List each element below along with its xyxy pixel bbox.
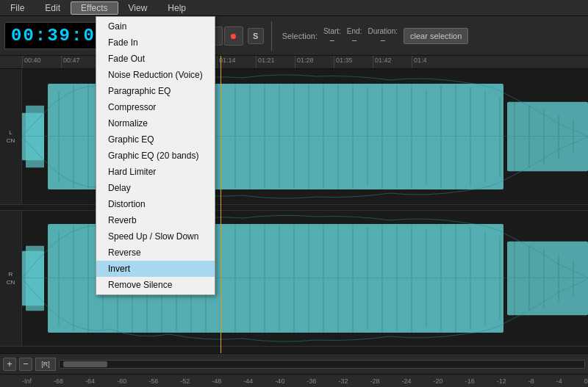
db-40: -40 (275, 377, 284, 385)
db-0: 0 (584, 377, 588, 385)
track-right: R CN (0, 211, 588, 347)
ruler-mark-1: 00:47 (61, 56, 100, 68)
menu-edit[interactable]: Edit (35, 1, 71, 15)
db-4: -4 (556, 377, 562, 385)
db-ruler: -Inf -68 -64 -60 -56 -52 -48 -44 -40 -36… (0, 374, 588, 387)
db-8: -8 (528, 377, 534, 385)
db-36: -36 (306, 377, 316, 385)
track-l-label: L (9, 129, 12, 136)
selection-label: Selection: (282, 32, 318, 40)
db-60: -60 (117, 377, 126, 385)
db-20: -20 (434, 377, 443, 385)
db-24: -24 (402, 377, 412, 385)
svg-rect-4 (507, 102, 588, 171)
effect-fade-in[interactable]: Fade In (96, 35, 215, 51)
db-68: -68 (54, 377, 63, 385)
svg-rect-44 (26, 246, 44, 311)
effect-hard-limiter[interactable]: Hard Limiter (96, 164, 215, 180)
tracks-area: L CN (0, 69, 588, 353)
horizontal-scrollbar[interactable] (59, 360, 585, 369)
menu-view[interactable]: View (118, 1, 158, 15)
db-52: -52 (180, 377, 190, 385)
effect-paragraphic-eq[interactable]: Paragraphic EQ (96, 83, 215, 99)
effect-reverb[interactable]: Reverb (96, 212, 215, 228)
zoom-out-button[interactable]: − (19, 358, 32, 371)
effect-reverse[interactable]: Reverse (96, 245, 215, 261)
ruler-mark-8: 01:35 (334, 56, 373, 68)
duration-value: – (381, 35, 385, 44)
ruler-mark-7: 01:28 (295, 56, 334, 68)
effect-distortion[interactable]: Distortion (96, 196, 215, 212)
end-value: – (352, 35, 356, 44)
duration-label: Duration: (368, 27, 398, 35)
db-56: -56 (148, 377, 158, 385)
db-16: -16 (465, 377, 475, 385)
menu-file[interactable]: File (0, 1, 35, 15)
svg-rect-46 (507, 242, 588, 315)
track-r-label: R (9, 271, 13, 278)
track-l-sublabel: CN (7, 137, 15, 144)
db-inf: -Inf (22, 377, 32, 385)
effect-remove-silence[interactable]: Remove Silence (96, 277, 215, 293)
db-48: -48 (212, 377, 221, 385)
effect-graphic-eq-20[interactable]: Graphic EQ (20 bands) (96, 148, 215, 164)
track-gap (0, 205, 588, 211)
effect-speed[interactable]: Speed Up / Slow Down (96, 228, 215, 245)
effect-delay[interactable]: Delay (96, 180, 215, 196)
ruler-mark-5: 01:14 (217, 56, 256, 68)
effect-graphic-eq[interactable]: Graphic EQ (96, 131, 215, 148)
selection-info: Selection: Start: – End: – Duration: – c… (282, 27, 469, 44)
timeline-ruler: 00:40 00:47 00:54 01:01 01:08 01:14 01:2… (0, 56, 588, 69)
ruler-mark-9: 01:42 (373, 56, 412, 68)
scrollbar-thumb (63, 361, 107, 367)
track-label-right: R CN (0, 211, 22, 346)
menu-bar: File Edit Effects View Help (0, 0, 588, 16)
s-button[interactable]: S (248, 28, 264, 44)
effect-fade-out[interactable]: Fade Out (96, 51, 215, 67)
record-button[interactable]: ⏺ (224, 26, 243, 46)
end-field: End: – (347, 27, 362, 44)
ruler-mark-6: 01:21 (256, 56, 295, 68)
loop-button[interactable]: [R] (35, 358, 56, 371)
effect-normalize[interactable]: Normalize (96, 115, 215, 131)
svg-rect-2 (26, 106, 44, 168)
effect-invert[interactable]: Invert (96, 261, 215, 277)
duration-field: Duration: – (368, 27, 398, 44)
zoom-in-button[interactable]: + (3, 358, 16, 371)
track-left: L CN (0, 69, 588, 205)
track-r-sublabel: CN (7, 279, 15, 286)
start-field: Start: – (323, 27, 341, 44)
effect-compressor[interactable]: Compressor (96, 99, 215, 115)
effects-dropdown: Gain Fade In Fade Out Noise Reduction (V… (96, 16, 215, 295)
db-28: -28 (370, 377, 380, 385)
menu-effects[interactable]: Effects (71, 1, 118, 15)
db-marks: -Inf -68 -64 -60 -56 -52 -48 -44 -40 -36… (22, 377, 588, 385)
end-label: End: (347, 27, 362, 35)
main-content: 00:40 00:47 00:54 01:01 01:08 01:14 01:2… (0, 56, 588, 387)
db-64: -64 (85, 377, 95, 385)
db-12: -12 (497, 377, 506, 385)
toolbar-divider-2 (271, 21, 272, 51)
bottom-controls: + − [R] (0, 353, 588, 374)
db-32: -32 (338, 377, 348, 385)
start-label: Start: (323, 27, 341, 35)
effect-noise-reduction[interactable]: Noise Reduction (Voice) (96, 67, 215, 83)
track-label-left: L CN (0, 69, 22, 204)
start-value: – (330, 35, 334, 44)
db-44: -44 (243, 377, 253, 385)
toolbar: 00:39:069 ⏮ ⏪ ⏹ ⏸ ⏺ S Selection: Start: … (0, 16, 588, 56)
clear-selection-button[interactable]: clear selection (404, 28, 468, 44)
effect-gain[interactable]: Gain (96, 18, 215, 35)
menu-help[interactable]: Help (157, 1, 196, 15)
ruler-mark-10: 01:4 (412, 56, 451, 68)
ruler-mark-0: 00:40 (22, 56, 61, 68)
